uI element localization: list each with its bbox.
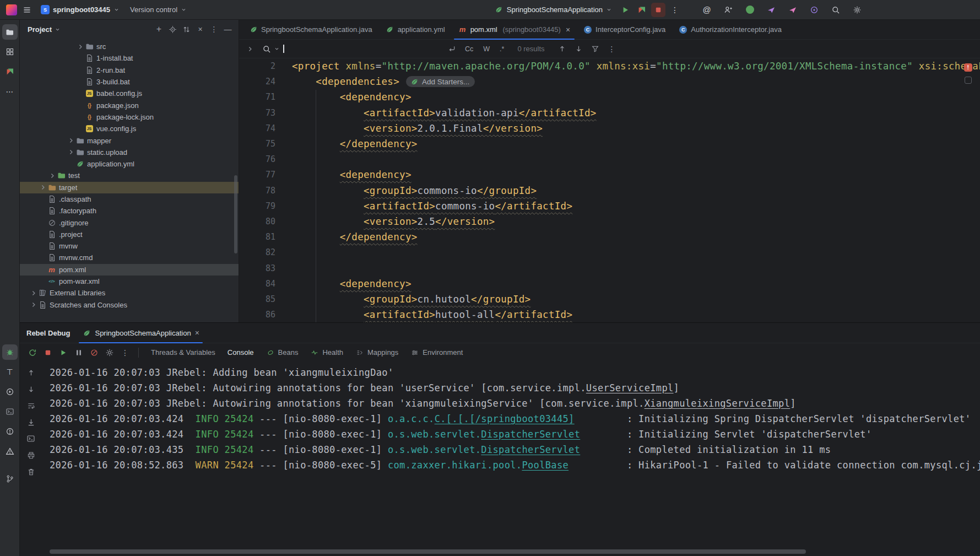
profile-button[interactable] xyxy=(743,3,757,17)
next-occurrence-button[interactable] xyxy=(572,42,586,56)
tree-item[interactable]: {}package-lock.json xyxy=(20,111,239,123)
run-config-widget[interactable]: SpringbootSchemaApplication xyxy=(490,3,616,17)
open-console-button[interactable] xyxy=(24,432,38,445)
editor-tab[interactable]: mpom.xml (springboot03445)× xyxy=(452,20,577,39)
newline-button[interactable] xyxy=(445,42,458,56)
tree-item[interactable]: Scratches and Consoles xyxy=(20,299,239,311)
project-widget[interactable]: S springboot03445 xyxy=(36,3,123,17)
promote-button[interactable] xyxy=(786,3,800,17)
run-button[interactable] xyxy=(618,3,632,17)
inspections-widget[interactable] xyxy=(965,77,972,84)
chevron-right-icon[interactable] xyxy=(66,136,75,145)
tree-item[interactable]: mvnw.cmd xyxy=(20,252,239,263)
prev-occurrence-button[interactable] xyxy=(556,42,569,56)
console-link[interactable]: C.[.[.[/springboot03445] xyxy=(435,413,575,424)
soft-wrap-button[interactable] xyxy=(24,399,38,412)
tree-item[interactable]: mpom.xml xyxy=(20,264,239,276)
project-panel-title[interactable]: Project xyxy=(28,25,52,34)
debug-settings-button[interactable] xyxy=(102,346,117,359)
hide-button[interactable]: — xyxy=(221,23,234,36)
add-starters-hint[interactable]: Add Starters... xyxy=(406,76,475,87)
line-number[interactable]: 81 xyxy=(239,232,275,242)
view-tab-health[interactable]: Health xyxy=(304,343,349,361)
settings-button[interactable] xyxy=(850,3,864,17)
stop-button[interactable] xyxy=(651,3,665,17)
editor-tab[interactable]: CAuthorizationInterceptor.java xyxy=(672,20,788,39)
tool-button-problems[interactable] xyxy=(2,424,18,439)
view-tab-environment[interactable]: Environment xyxy=(404,343,469,361)
tool-button-terminal[interactable] xyxy=(2,404,18,419)
step-down-button[interactable] xyxy=(24,382,38,396)
tool-button-structure[interactable] xyxy=(2,44,18,60)
console-output[interactable]: 2026-01-16 20:07:03 JRebel: Adding bean … xyxy=(42,361,980,556)
line-number[interactable]: 83 xyxy=(239,263,275,273)
share-button[interactable] xyxy=(764,3,778,17)
tree-item[interactable]: 2-run.bat xyxy=(20,64,239,76)
code-editor[interactable]: 2<project xmlns="http://maven.apache.org… xyxy=(239,58,980,322)
line-number[interactable]: 77 xyxy=(239,170,275,180)
add-button[interactable]: + xyxy=(153,23,165,36)
line-number[interactable]: 82 xyxy=(239,247,275,257)
tree-item[interactable]: application.yml xyxy=(20,158,239,170)
chevron-right-icon[interactable] xyxy=(75,42,85,51)
line-number[interactable]: 79 xyxy=(239,201,275,211)
tree-item[interactable]: </>pom-war.xml xyxy=(20,276,239,287)
tree-item[interactable]: mvnw xyxy=(20,240,239,252)
expand-collapse-button[interactable] xyxy=(180,23,193,36)
console-link[interactable]: UserServiceImpl xyxy=(586,382,674,393)
chevron-right-icon[interactable] xyxy=(29,300,38,309)
tool-button-debug[interactable] xyxy=(2,344,18,360)
print-button[interactable] xyxy=(24,449,38,462)
inspections-error-badge[interactable] xyxy=(964,63,972,72)
tree-item[interactable]: .project xyxy=(20,229,239,240)
tree-item[interactable]: External Libraries xyxy=(20,287,239,299)
line-number[interactable]: 73 xyxy=(239,108,275,118)
editor-tab[interactable]: CInterceptorConfig.java xyxy=(577,20,672,39)
debug-session-tab[interactable]: SpringbootSchemaApplication × xyxy=(79,323,202,343)
show-execution-point-button[interactable] xyxy=(24,366,38,379)
resume-button[interactable] xyxy=(56,346,71,359)
line-number[interactable]: 86 xyxy=(239,310,275,320)
rebel-run-button[interactable] xyxy=(635,3,649,17)
tree-item[interactable]: JSbabel.config.js xyxy=(20,88,239,99)
chevron-right-icon[interactable] xyxy=(29,289,38,298)
debug-panel-title[interactable]: Rebel Debug xyxy=(26,329,70,337)
tree-item[interactable]: .factorypath xyxy=(20,205,239,217)
line-number[interactable]: 24 xyxy=(239,77,275,87)
line-number[interactable]: 78 xyxy=(239,186,275,196)
tree-item[interactable]: 3-build.bat xyxy=(20,76,239,88)
line-number[interactable]: 80 xyxy=(239,217,275,226)
tool-button-more-tools[interactable]: ⋯ xyxy=(2,84,18,99)
mute-breakpoints-button[interactable] xyxy=(87,346,101,359)
select-opened-file-button[interactable] xyxy=(166,23,179,36)
tree-item[interactable]: static.upload xyxy=(20,147,239,158)
collapse-all-button[interactable]: × xyxy=(194,23,207,36)
tree-item[interactable]: 1-install.bat xyxy=(20,52,239,64)
tree-item[interactable]: src xyxy=(20,41,239,52)
console-link[interactable]: XiangmuleixingServiceImpl xyxy=(645,398,791,409)
chevron-right-icon[interactable] xyxy=(47,171,57,180)
view-tab-beans[interactable]: Beans xyxy=(260,343,305,361)
tool-button-todo[interactable]: ⊤ xyxy=(2,364,18,380)
line-number[interactable]: 2 xyxy=(239,61,275,71)
view-tab-threads-variables[interactable]: Threads & Variables xyxy=(145,343,221,361)
console-link[interactable]: DispatcherServlet xyxy=(481,444,580,455)
tree-item[interactable]: {}package.json xyxy=(20,99,239,111)
match-case-toggle[interactable]: Cc xyxy=(462,44,477,54)
view-tab-mappings[interactable]: Mappings xyxy=(349,343,404,361)
console-link[interactable]: PoolBase xyxy=(522,460,568,471)
chevron-right-icon[interactable] xyxy=(38,183,47,192)
tree-item[interactable]: mapper xyxy=(20,134,239,146)
project-tree[interactable]: src1-install.bat2-run.bat3-build.batJSba… xyxy=(20,39,239,322)
scroll-to-end-button[interactable] xyxy=(24,415,38,429)
line-number[interactable]: 71 xyxy=(239,92,275,102)
tree-item[interactable]: target xyxy=(20,182,239,193)
tree-item[interactable]: .gitignore xyxy=(20,217,239,228)
line-number[interactable]: 74 xyxy=(239,123,275,133)
vcs-widget[interactable]: Version control xyxy=(126,3,191,17)
line-number[interactable]: 85 xyxy=(239,294,275,304)
close-icon[interactable]: × xyxy=(566,26,570,34)
main-menu-button[interactable] xyxy=(20,3,34,17)
tool-button-version-control[interactable] xyxy=(2,471,18,487)
more-button[interactable]: ⋮ xyxy=(118,346,132,359)
